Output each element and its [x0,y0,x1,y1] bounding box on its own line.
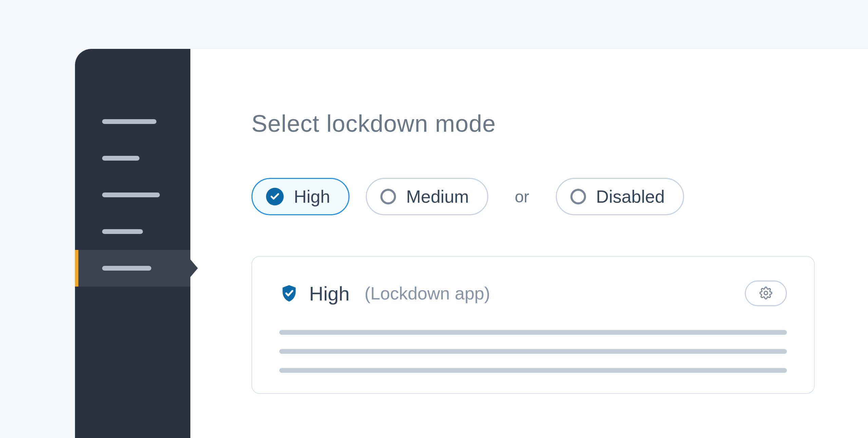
sidebar-item-placeholder [102,119,156,124]
card-header: High (Lockdown app) [279,280,787,306]
sidebar-item-placeholder [102,229,143,234]
card-body-placeholder [279,330,787,373]
sidebar [75,49,190,438]
option-medium[interactable]: Medium [366,178,488,215]
option-high[interactable]: High [251,178,350,215]
sidebar-item[interactable] [75,103,190,140]
option-disabled[interactable]: Disabled [556,178,684,215]
shield-check-icon [279,284,299,303]
sidebar-item[interactable] [75,140,190,177]
option-label: Disabled [596,186,665,207]
sidebar-item-active[interactable] [75,250,190,287]
radio-icon [570,189,586,204]
radio-icon [380,189,396,204]
text-placeholder [279,368,787,373]
card-title: High [309,282,350,305]
gear-icon [759,287,772,300]
check-icon [266,188,284,205]
main-content: Select lockdown mode High Medium or Disa… [190,49,868,438]
lockdown-detail-card: High (Lockdown app) [251,256,815,394]
settings-button[interactable] [745,280,787,306]
sidebar-item-placeholder [102,156,139,161]
text-placeholder [279,330,787,335]
sidebar-item[interactable] [75,213,190,250]
svg-point-0 [764,291,768,294]
sidebar-item[interactable] [75,177,190,213]
sidebar-item-placeholder [102,193,160,197]
card-subtitle: (Lockdown app) [364,283,490,304]
page-title: Select lockdown mode [251,110,868,137]
sidebar-item-placeholder [102,266,151,271]
option-label: Medium [406,186,469,207]
lockdown-options-row: High Medium or Disabled [251,178,868,215]
or-separator: or [505,187,540,206]
text-placeholder [279,349,787,354]
app-window: Select lockdown mode High Medium or Disa… [75,49,868,438]
option-label: High [294,186,330,207]
